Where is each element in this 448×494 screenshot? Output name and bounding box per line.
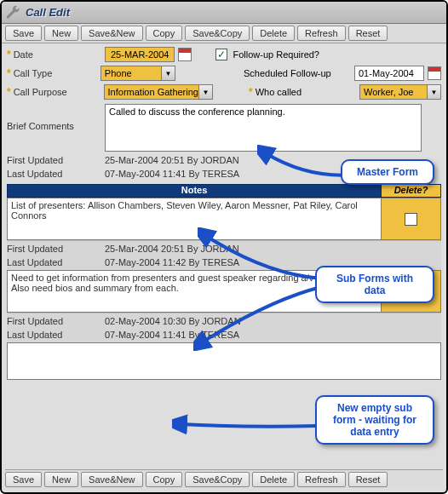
date-field[interactable]: 25-MAR-2004 [105,47,175,62]
followup-label: Follow-up Required? [233,49,319,60]
delete-header: Delete? [381,185,440,197]
first-updated-label: First Updated [7,316,105,326]
brief-comments-label: Brief Comments [7,121,74,131]
save-new-button[interactable]: Save&New [81,472,142,487]
window-title: Call Edit [26,6,70,19]
last-updated-label: Last Updated [7,257,105,267]
call-purpose-label: Call Purpose [14,87,67,97]
save-copy-button[interactable]: Save&Copy [185,472,250,487]
wrench-icon [5,5,20,20]
first-updated-label: First Updated [7,155,105,165]
calendar-icon[interactable] [428,66,441,80]
date-label: Date [14,49,33,60]
chevron-down-icon: ▼ [198,85,212,99]
refresh-button[interactable]: Refresh [297,26,346,41]
who-called-label: Who called [256,87,302,97]
last-updated-label: Last Updated [7,169,105,179]
toolbar-bottom: Save New Save&New Copy Save&Copy Delete … [5,469,443,489]
notes-section-header: Notes Delete? [7,184,441,198]
save-new-button[interactable]: Save&New [81,26,142,41]
sched-followup-field[interactable] [354,66,424,81]
followup-checkbox[interactable]: ✓ [215,49,227,60]
new-button[interactable]: New [44,472,78,487]
last-updated-value: 07-May-2004 11:41 By TERESA [105,169,239,179]
save-copy-button[interactable]: Save&Copy [185,26,250,41]
delete-checkbox[interactable] [405,213,417,226]
title-bar: Call Edit [2,2,446,24]
calendar-icon[interactable] [178,48,192,61]
delete-button[interactable]: Delete [252,472,295,487]
first-updated-value: 25-Mar-2004 20:51 By JORDAN [105,155,239,165]
reset-button[interactable]: Reset [348,26,388,41]
save-button[interactable]: Save [5,26,42,41]
callout-empty: New empty sub form - waiting for data en… [315,395,434,445]
new-button[interactable]: New [44,26,78,41]
copy-button[interactable]: Copy [146,472,183,487]
chevron-down-icon: ▼ [427,85,440,99]
call-type-combo[interactable]: Phone ▼ [101,66,175,81]
arrow-icon [198,227,325,287]
toolbar-top: Save New Save&New Copy Save&Copy Delete … [2,24,446,43]
callout-subs: Sub Forms with data [315,266,434,303]
first-updated-label: First Updated [7,244,105,254]
arrow-icon [172,409,321,443]
sched-followup-label: Scheduled Follow-up [244,68,331,78]
chevron-down-icon: ▼ [161,66,175,80]
delete-button[interactable]: Delete [252,26,295,41]
refresh-button[interactable]: Refresh [297,472,346,487]
call-purpose-combo[interactable]: Information Gathering ▼ [104,84,213,100]
reset-button[interactable]: Reset [348,472,388,487]
callout-master: Master Form [341,159,434,185]
note-text[interactable]: List of presenters: Allison Chambers, St… [7,198,382,240]
call-type-label: Call Type [14,68,53,78]
who-called-combo[interactable]: Worker, Joe ▼ [359,84,441,100]
copy-button[interactable]: Copy [146,26,183,41]
last-updated-label: Last Updated [7,330,105,340]
arrow-icon [193,283,325,351]
save-button[interactable]: Save [5,472,42,487]
